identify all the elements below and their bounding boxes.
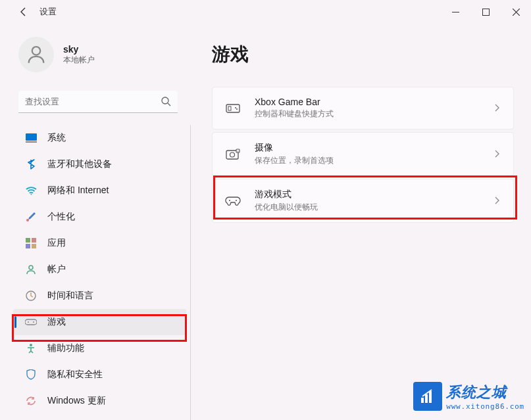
search-input[interactable] xyxy=(18,91,178,113)
apps-icon xyxy=(25,237,37,249)
svg-rect-1 xyxy=(482,9,489,15)
sidebar-item-privacy[interactable]: 隐私和安全性 xyxy=(13,362,190,388)
svg-point-18 xyxy=(30,344,32,346)
search-icon xyxy=(161,96,171,109)
svg-rect-6 xyxy=(26,141,37,143)
card-subtitle: 控制器和键盘快捷方式 xyxy=(255,108,495,120)
svg-line-4 xyxy=(168,103,170,106)
user-block[interactable]: sky 本地帐户 xyxy=(13,37,191,72)
sidebar-item-label: 个性化 xyxy=(47,211,75,223)
gaming-icon xyxy=(25,316,37,328)
sidebar-item-gaming[interactable]: 游戏 xyxy=(13,309,186,335)
card-subtitle: 保存位置，录制首选项 xyxy=(255,155,495,166)
maximize-icon xyxy=(482,9,490,16)
arrow-left-icon xyxy=(18,7,29,17)
brush-icon xyxy=(25,211,37,223)
svg-point-28 xyxy=(236,200,237,201)
person-icon xyxy=(25,43,47,66)
camera-icon: + xyxy=(224,146,241,163)
svg-point-21 xyxy=(235,107,236,108)
sidebar-item-label: 蓝牙和其他设备 xyxy=(47,158,112,170)
card-captures[interactable]: + 摄像 保存位置，录制首选项 xyxy=(212,132,514,176)
close-icon xyxy=(513,9,520,16)
sidebar-item-label: 系统 xyxy=(47,132,66,144)
svg-point-2 xyxy=(32,47,40,55)
svg-rect-10 xyxy=(32,238,36,243)
sidebar-item-label: 应用 xyxy=(47,237,66,249)
svg-point-22 xyxy=(236,108,238,110)
account-icon xyxy=(25,264,37,275)
card-xbox-game-bar[interactable]: Xbox Game Bar 控制器和键盘快捷方式 xyxy=(212,87,514,129)
sidebar-item-bluetooth[interactable]: 蓝牙和其他设备 xyxy=(13,151,190,177)
svg-rect-5 xyxy=(26,133,37,141)
sidebar-item-accounts[interactable]: 帐户 xyxy=(13,256,190,283)
svg-rect-15 xyxy=(25,319,37,325)
watermark: 系统之城 www.xitong86.com xyxy=(413,382,524,411)
watermark-brand: 系统之城 xyxy=(446,383,524,402)
sidebar-item-apps[interactable]: 应用 xyxy=(13,230,190,256)
card-game-mode[interactable]: 游戏模式 优化电脑以便畅玩 xyxy=(212,179,514,223)
sidebar-item-label: Windows 更新 xyxy=(47,395,106,407)
sidebar-item-windows-update[interactable]: Windows 更新 xyxy=(13,388,190,414)
app-title: 设置 xyxy=(39,6,57,18)
sidebar-item-personalization[interactable]: 个性化 xyxy=(13,204,190,230)
svg-point-8 xyxy=(26,219,29,222)
watermark-url: www.xitong86.com xyxy=(446,402,524,411)
svg-point-13 xyxy=(29,266,33,269)
close-button[interactable] xyxy=(501,1,531,22)
shield-icon xyxy=(25,369,37,381)
card-title: Xbox Game Bar xyxy=(255,97,495,107)
svg-point-27 xyxy=(229,200,230,201)
accessibility-icon xyxy=(25,342,37,354)
maximize-button[interactable] xyxy=(470,1,501,22)
bluetooth-icon xyxy=(25,158,37,170)
watermark-logo-icon xyxy=(413,382,442,411)
minimize-button[interactable] xyxy=(440,1,470,22)
svg-point-3 xyxy=(162,97,168,104)
wifi-icon xyxy=(25,185,37,197)
sidebar-item-label: 网络和 Internet xyxy=(47,185,109,197)
card-title: 摄像 xyxy=(255,142,495,154)
chevron-right-icon xyxy=(495,195,500,207)
svg-point-7 xyxy=(30,194,32,195)
controller-icon xyxy=(224,193,241,210)
card-subtitle: 优化电脑以便畅玩 xyxy=(255,202,495,213)
svg-point-16 xyxy=(28,321,29,323)
sidebar-item-label: 辅助功能 xyxy=(47,342,84,354)
sidebar-item-label: 游戏 xyxy=(47,316,66,328)
card-title: 游戏模式 xyxy=(255,189,495,200)
clock-globe-icon xyxy=(25,290,37,302)
svg-rect-12 xyxy=(32,244,36,248)
sidebar-item-label: 隐私和安全性 xyxy=(47,369,103,381)
svg-rect-29 xyxy=(421,398,424,403)
minimize-icon xyxy=(452,9,459,16)
user-subtitle: 本地帐户 xyxy=(63,55,95,66)
chevron-right-icon xyxy=(495,103,500,114)
sidebar-item-label: 时间和语言 xyxy=(47,290,93,302)
avatar xyxy=(18,37,54,72)
sidebar-item-label: 帐户 xyxy=(47,264,66,275)
svg-rect-30 xyxy=(425,394,428,403)
system-icon xyxy=(25,132,37,144)
svg-rect-11 xyxy=(26,244,30,248)
sidebar-item-system[interactable]: 系统 xyxy=(13,125,190,151)
user-name: sky xyxy=(63,44,95,55)
back-button[interactable] xyxy=(16,4,32,20)
sidebar-item-time-language[interactable]: 时间和语言 xyxy=(13,283,190,309)
svg-rect-31 xyxy=(429,391,432,403)
svg-point-17 xyxy=(33,321,34,323)
sidebar-item-accessibility[interactable]: 辅助功能 xyxy=(13,335,190,362)
svg-point-24 xyxy=(230,152,235,157)
chevron-right-icon xyxy=(495,149,500,160)
update-icon xyxy=(25,395,37,407)
svg-rect-20 xyxy=(228,106,231,110)
sidebar-item-network[interactable]: 网络和 Internet xyxy=(13,177,190,204)
game-bar-icon xyxy=(224,100,241,117)
page-title: 游戏 xyxy=(212,42,514,67)
svg-rect-9 xyxy=(26,238,30,243)
